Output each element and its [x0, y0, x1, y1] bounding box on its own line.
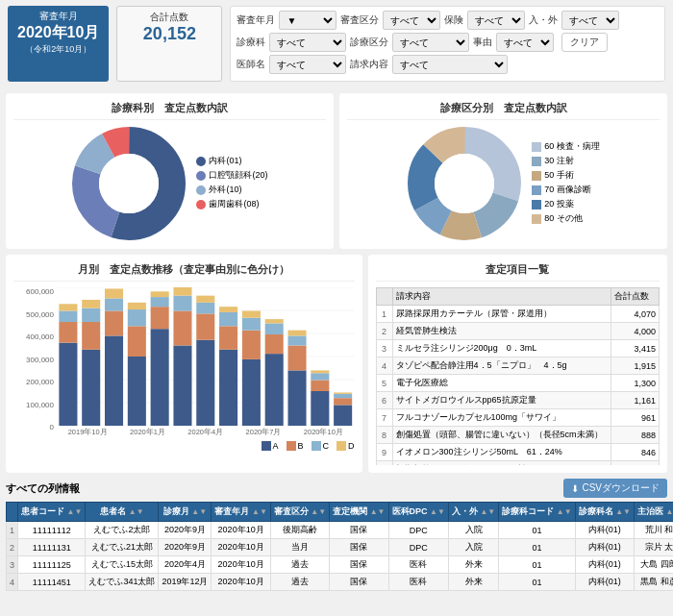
- list-item: 2 11111131 えむでふ21太郎 2020年9月 2020年10月 当月 …: [7, 539, 674, 556]
- svg-rect-43: [196, 340, 214, 426]
- row-num: 6: [376, 392, 392, 409]
- rec-name: えむでふ341太郎: [86, 574, 159, 591]
- svg-rect-68: [334, 398, 352, 405]
- list-item: 3 11111125 えむでふ15太郎 2020年4月 2020年10月 過去 …: [7, 556, 674, 574]
- records-th: 診療科名 ▲▼: [575, 503, 634, 522]
- th-points: 合計点数: [611, 288, 660, 306]
- row-content: タゾピペ配合静注用4．5「ニプロ」 4．5g: [392, 357, 611, 375]
- donut-chart-category: [407, 126, 522, 241]
- filter-dept[interactable]: すべて: [269, 33, 346, 52]
- all-records-header: すべての列情報 ⬇ CSVダウンロード: [6, 479, 667, 498]
- donut-legend-dept: 内科(01) 口腔顎顔科(20) 外科(10) 歯周歯科(08): [196, 155, 267, 212]
- rec-organ: 国保: [330, 539, 388, 556]
- audit-year-value: 2020年10月: [17, 23, 99, 43]
- item-table-scroll[interactable]: 請求内容 合計点数 1尿路採尿用カテーテル（尿管・尿道用）4,0702経気管肺生…: [376, 287, 660, 465]
- row-num: 8: [376, 427, 392, 444]
- row-num: 1: [376, 306, 392, 323]
- rec-idx: 1: [7, 522, 18, 539]
- filter-medical-category[interactable]: すべて: [392, 33, 469, 52]
- donut-chart-dept: [71, 126, 187, 241]
- filter-audit-year[interactable]: ▼: [279, 11, 336, 30]
- svg-rect-32: [128, 326, 146, 357]
- rec-audit: 2020年10月: [212, 522, 270, 539]
- table-row: 2経気管肺生検法4,000: [376, 323, 659, 340]
- svg-rect-58: [265, 319, 284, 323]
- rec-dept-code: 01: [499, 574, 575, 591]
- svg-rect-24: [82, 322, 100, 350]
- chart-dept-title: 診療科別 査定点数内訳: [13, 101, 326, 120]
- svg-point-11: [435, 154, 494, 213]
- svg-rect-65: [311, 373, 329, 380]
- svg-rect-41: [173, 296, 191, 311]
- filter-inout[interactable]: すべて: [561, 11, 619, 30]
- bar-chart-svg: [57, 287, 355, 426]
- x-axis-labels: 2019年10月 2020年1月 2020年4月 2020年7月 2020年10…: [57, 428, 355, 437]
- row-content: イオメロン300注シリンジ50mL 61．24%: [392, 444, 611, 461]
- svg-rect-30: [105, 288, 123, 298]
- svg-rect-67: [334, 405, 352, 426]
- chart-dept-donut: 診療科別 査定点数内訳 内科(01) 口腔顎顔科(20) 外科(10) 歯周歯科…: [6, 93, 334, 249]
- th-content: 請求内容: [392, 288, 611, 306]
- filter-row-3: 医師名 すべて 請求内容 すべて: [237, 55, 659, 74]
- header: 審査年月 2020年10月 （令和2年10月） 合計点数 20,152 審査年月…: [0, 0, 673, 87]
- all-records-section: すべての列情報 ⬇ CSVダウンロード 患者コード ▲▼患者名 ▲▼診療月 ▲▼…: [0, 479, 673, 597]
- svg-rect-47: [219, 350, 237, 426]
- row-num: 4: [376, 357, 392, 375]
- filter-audit-category[interactable]: すべて: [383, 11, 440, 30]
- chart-bar-title: 月別 査定点数推移（査定事由別に色分け）: [13, 262, 355, 282]
- rec-dpc: 医科: [388, 574, 448, 591]
- table-row: 10初期加算（リハビリテーション料）560: [376, 461, 659, 466]
- svg-rect-48: [219, 326, 237, 349]
- filter-claim[interactable]: すべて: [392, 55, 508, 74]
- filter-label-reason: 事由: [473, 36, 492, 49]
- filter-label-audit-year: 審査年月: [237, 13, 275, 27]
- rec-organ: 国保: [330, 556, 388, 574]
- svg-rect-23: [82, 350, 100, 426]
- total-points-label: 合計点数: [127, 11, 212, 24]
- rec-name: えむでふ21太郎: [86, 539, 159, 556]
- bar-chart-wrapper: 600,000 500,000 400,000 300,000 200,000 …: [13, 287, 355, 451]
- audit-year-sub: （令和2年10月）: [17, 43, 99, 56]
- row-points: 888: [611, 427, 660, 444]
- row-num: 2: [376, 323, 392, 340]
- bar-chart-inner: 2019年10月 2020年1月 2020年4月 2020年7月 2020年10…: [57, 287, 355, 451]
- th-num: [376, 288, 392, 306]
- records-th: 審査区分 ▲▼: [270, 503, 329, 522]
- rec-dept-name: 内科(01): [575, 522, 634, 539]
- filter-insurance[interactable]: すべて: [467, 11, 525, 30]
- records-th: 診療月 ▲▼: [159, 503, 212, 522]
- rec-doctor: 黒島 和彦: [634, 574, 673, 591]
- donut-container-category: 60 検査・病理 30 注射 50 手術 70 画像診断 20 投薬 80 その…: [347, 126, 660, 241]
- clear-button[interactable]: クリア: [561, 33, 608, 52]
- svg-rect-62: [287, 331, 306, 336]
- svg-rect-37: [151, 297, 169, 307]
- csv-download-button[interactable]: ⬇ CSVダウンロード: [563, 479, 667, 498]
- rec-month: 2019年12月: [159, 574, 212, 591]
- table-row: 7フルコナゾールカプセル100mg「サワイ」961: [376, 409, 659, 427]
- rec-organ: 国保: [330, 574, 388, 591]
- rec-audit: 2020年10月: [212, 539, 270, 556]
- rec-name: えむでふ2太郎: [86, 522, 159, 539]
- records-th: 患者名 ▲▼: [86, 503, 159, 522]
- rec-inout: 外来: [448, 556, 498, 574]
- row-num: 7: [376, 409, 392, 427]
- filter-reason[interactable]: すべて: [496, 33, 554, 52]
- svg-rect-44: [196, 313, 214, 339]
- csv-label: CSVダウンロード: [582, 481, 660, 495]
- svg-rect-70: [334, 392, 352, 393]
- rec-category: 当月: [270, 539, 329, 556]
- table-row: 1尿路採尿用カテーテル（尿管・尿道用）4,070: [376, 306, 659, 323]
- svg-rect-45: [196, 303, 214, 314]
- filter-doctor[interactable]: すべて: [269, 55, 346, 74]
- charts-row-2: 月別 査定点数推移（査定事由別に色分け） 600,000 500,000 400…: [0, 255, 673, 479]
- row-content: サイトメガロウイルスpp65抗原定量: [392, 392, 611, 409]
- svg-rect-36: [151, 307, 169, 329]
- records-th: 患者コード ▲▼: [18, 503, 86, 522]
- bar-legend: A B C D: [57, 441, 355, 451]
- rec-dept-name: 内科(01): [575, 574, 634, 591]
- row-content: 創傷処置（頭部、腸管に違いない）（長径5cm未満）: [392, 427, 611, 444]
- rec-idx: 4: [7, 574, 18, 591]
- chart-bar-monthly: 月別 査定点数推移（査定事由別に色分け） 600,000 500,000 400…: [6, 255, 362, 473]
- svg-rect-69: [334, 394, 352, 398]
- table-row: 9イオメロン300注シリンジ50mL 61．24%846: [376, 444, 659, 461]
